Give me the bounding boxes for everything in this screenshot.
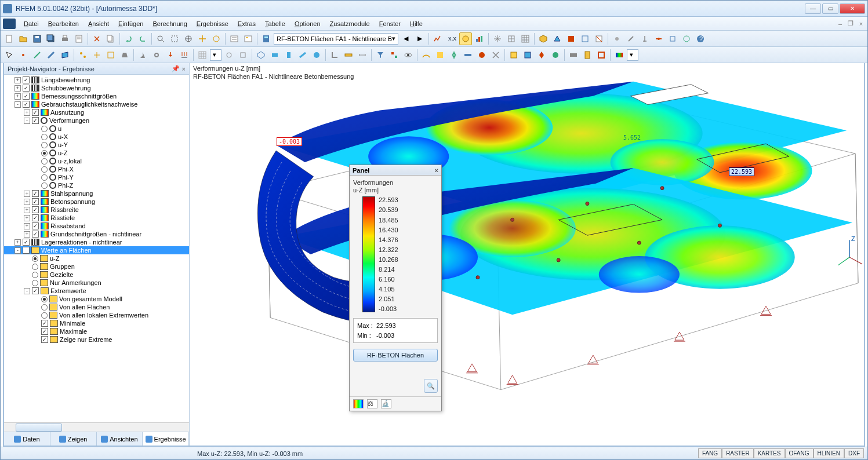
panel-titlebar[interactable]: Panel × bbox=[350, 165, 441, 176]
menu-ansicht[interactable]: Ansicht bbox=[83, 19, 114, 28]
tree-item[interactable]: -✓Gebrauchstauglichkeitsnachweise bbox=[4, 100, 189, 108]
tree-item[interactable]: -✓Werte an Flächen bbox=[4, 246, 189, 254]
expand-icon[interactable]: + bbox=[24, 191, 30, 197]
mdi-restore-icon[interactable]: ❐ bbox=[847, 20, 855, 28]
checkbox[interactable]: ✓ bbox=[32, 214, 39, 221]
filter2-button[interactable] bbox=[388, 49, 401, 61]
surface-button[interactable] bbox=[59, 49, 71, 61]
filter1-button[interactable] bbox=[374, 49, 387, 61]
menu-datei[interactable]: Datei bbox=[19, 19, 43, 28]
nav-tab-ansichten[interactable]: Ansichten bbox=[97, 432, 143, 446]
tree-item[interactable]: u-Z bbox=[4, 254, 189, 262]
cut-button[interactable] bbox=[90, 32, 103, 45]
checkbox[interactable]: ✓ bbox=[23, 85, 30, 92]
copy-button[interactable] bbox=[104, 32, 117, 45]
values-button[interactable]: x.xx bbox=[445, 32, 458, 45]
snap-combo[interactable]: ▾ bbox=[210, 49, 221, 61]
persp-button[interactable] bbox=[551, 32, 564, 45]
expand-icon[interactable]: + bbox=[24, 223, 30, 229]
scale-button[interactable] bbox=[328, 49, 341, 61]
last1-button[interactable] bbox=[567, 49, 580, 61]
status-toggle-ofang[interactable]: OFANG bbox=[785, 448, 813, 458]
snap1-button[interactable] bbox=[223, 49, 235, 61]
tree-item[interactable]: +✓Ausnutzung bbox=[4, 108, 189, 116]
last2-button[interactable] bbox=[581, 49, 594, 61]
module2-button[interactable] bbox=[521, 49, 534, 61]
tree-item[interactable]: u-z,lokal bbox=[4, 157, 189, 165]
nav-close-icon[interactable]: × bbox=[182, 65, 186, 72]
grid-button[interactable] bbox=[196, 49, 209, 61]
maximize-button[interactable]: ▭ bbox=[822, 3, 838, 14]
tree-item[interactable]: +✓Längsbewehrung bbox=[4, 76, 189, 84]
checkbox[interactable]: ✓ bbox=[41, 336, 48, 343]
tools4-button[interactable] bbox=[652, 32, 665, 45]
status-toggle-hlinien[interactable]: HLINIEN bbox=[813, 448, 844, 458]
mesh2-button[interactable] bbox=[505, 32, 518, 45]
expand-icon[interactable]: + bbox=[24, 109, 30, 116]
menu-extras[interactable]: Extras bbox=[233, 19, 260, 28]
render-button[interactable] bbox=[565, 32, 578, 45]
loadcase-combo[interactable]: RF-BETON Flächen FA1 - Nichtlineare B▾ bbox=[274, 33, 398, 45]
nav-tab-zeigen[interactable]: Zeigen bbox=[50, 432, 97, 446]
expand-icon[interactable]: + bbox=[14, 77, 21, 83]
edit3-button[interactable] bbox=[104, 49, 117, 61]
checkbox[interactable]: ✓ bbox=[32, 231, 39, 238]
view3-button[interactable] bbox=[282, 49, 295, 61]
module1-button[interactable] bbox=[507, 49, 520, 61]
checkbox[interactable]: ✓ bbox=[32, 222, 39, 229]
tree-item[interactable]: u-Y bbox=[4, 141, 189, 149]
tree-item[interactable]: +✓Risstiefe bbox=[4, 214, 189, 222]
menu-fenster[interactable]: Fenster bbox=[375, 19, 405, 28]
panel-tab-colors[interactable] bbox=[353, 399, 364, 408]
edit1-button[interactable] bbox=[77, 49, 89, 61]
misc3-button[interactable] bbox=[448, 49, 460, 61]
tree-item[interactable]: u bbox=[4, 125, 189, 133]
panel-module-button[interactable]: RF-BETON Flächen bbox=[353, 349, 438, 362]
tree-item[interactable]: +✓Schubbewehrung bbox=[4, 84, 189, 92]
hinge-button[interactable] bbox=[150, 49, 163, 61]
pan-button[interactable] bbox=[196, 32, 209, 45]
nav-tab-daten[interactable]: Daten bbox=[4, 432, 50, 446]
gradient-button[interactable] bbox=[613, 49, 626, 61]
tree-item[interactable]: ✓Minimale bbox=[4, 319, 189, 327]
navigator-hscroll[interactable] bbox=[4, 422, 189, 432]
checkbox[interactable]: ✓ bbox=[32, 198, 39, 205]
tree-item[interactable]: -✓Verformungen bbox=[4, 116, 189, 125]
tree-item[interactable]: +✓Lagerreaktionen - nichtlinear bbox=[4, 238, 189, 246]
next-lc-button[interactable]: ▶ bbox=[413, 32, 426, 45]
status-toggle-dxf[interactable]: DXF bbox=[844, 448, 864, 458]
edit4-button[interactable] bbox=[118, 49, 131, 61]
tree-item[interactable]: Gruppen bbox=[4, 262, 189, 271]
tree-item[interactable]: +✓Rissbreite bbox=[4, 206, 189, 214]
module3-button[interactable] bbox=[535, 49, 548, 61]
expand-icon[interactable]: + bbox=[14, 93, 21, 100]
radio[interactable] bbox=[41, 150, 48, 156]
results-button[interactable] bbox=[431, 32, 444, 45]
radio[interactable] bbox=[32, 280, 38, 286]
list-button[interactable] bbox=[228, 32, 241, 45]
tree-item[interactable]: Phi-X bbox=[4, 165, 189, 173]
misc6-button[interactable] bbox=[489, 49, 502, 61]
menu-berechnung[interactable]: Berechnung bbox=[148, 19, 191, 28]
tools3-button[interactable] bbox=[638, 32, 651, 45]
expand-icon[interactable]: - bbox=[14, 101, 21, 108]
last3-button[interactable] bbox=[595, 49, 608, 61]
radio[interactable] bbox=[41, 134, 48, 140]
undo-button[interactable] bbox=[122, 32, 135, 45]
radio[interactable] bbox=[32, 255, 38, 262]
report-button[interactable] bbox=[72, 32, 85, 45]
tools6-button[interactable] bbox=[680, 32, 693, 45]
nav-tab-ergebnisse[interactable]: Ergebnisse bbox=[143, 432, 189, 446]
menu-zusatzmodule[interactable]: Zusatzmodule bbox=[325, 19, 375, 28]
checkbox[interactable]: ✓ bbox=[23, 101, 30, 108]
status-toggle-raster[interactable]: RASTER bbox=[722, 448, 754, 458]
tree-item[interactable]: +✓Stahlspannung bbox=[4, 189, 189, 198]
menu-einfügen[interactable]: Einfügen bbox=[114, 19, 148, 28]
checkbox[interactable]: ✓ bbox=[32, 287, 39, 294]
tree-item[interactable]: u-Z bbox=[4, 149, 189, 157]
tree-item[interactable]: Von allen lokalen Extremwerten bbox=[4, 311, 189, 319]
load1-button[interactable] bbox=[164, 49, 177, 61]
redo-button[interactable] bbox=[136, 32, 149, 45]
status-toggle-fang[interactable]: FANG bbox=[698, 448, 722, 458]
edit2-button[interactable] bbox=[90, 49, 103, 61]
